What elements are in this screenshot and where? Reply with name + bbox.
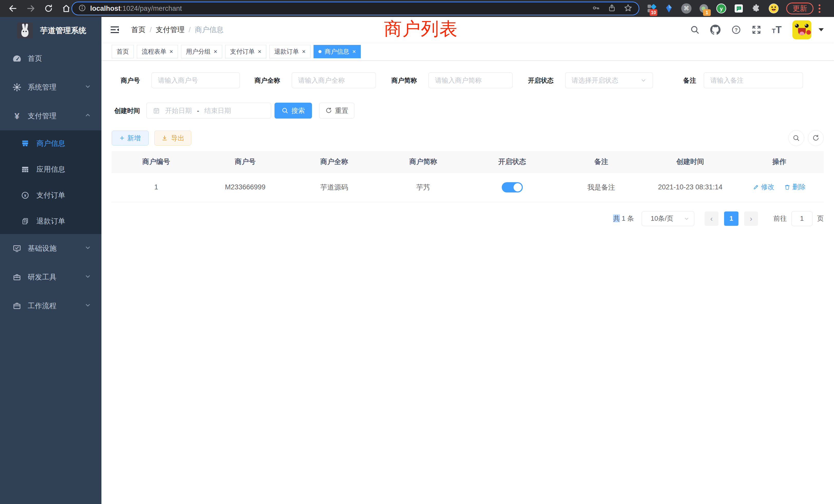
address-bar[interactable]: localhost:1024/pay/merchant bbox=[71, 2, 639, 16]
cell-remark: 我是备注 bbox=[557, 173, 646, 202]
browser-home-icon[interactable] bbox=[62, 4, 71, 13]
profile-emoji-avatar[interactable] bbox=[768, 3, 779, 14]
merchant-short-input[interactable] bbox=[429, 72, 512, 88]
reset-button[interactable]: 重置 bbox=[319, 102, 354, 118]
yen-icon: ¥ bbox=[12, 111, 22, 121]
tab-process-form[interactable]: 流程表单× bbox=[137, 45, 178, 58]
extension-command-icon[interactable]: ⌘ bbox=[681, 3, 692, 14]
app-title: 芋道管理系统 bbox=[40, 25, 86, 36]
page-content: 商户号 商户全称 商户简称 开启状态 请选择开启状态 备注 创建时间 bbox=[102, 61, 834, 504]
tab-pay-order[interactable]: 支付订单× bbox=[225, 45, 266, 58]
edit-button[interactable]: 修改 bbox=[753, 182, 774, 191]
remark-label: 备注 bbox=[671, 76, 696, 85]
toolbox-icon bbox=[12, 273, 22, 281]
close-icon[interactable]: × bbox=[258, 48, 261, 55]
grid-icon bbox=[21, 165, 30, 174]
download-icon bbox=[161, 135, 168, 141]
browser-back-icon[interactable] bbox=[8, 4, 18, 13]
sidebar-item-infrastructure[interactable]: 基础设施 bbox=[0, 234, 102, 263]
cell-merchant-no: M233666999 bbox=[201, 173, 290, 202]
refresh-icon bbox=[812, 135, 819, 142]
header-search-icon[interactable] bbox=[690, 25, 699, 35]
user-avatar[interactable] bbox=[792, 20, 811, 39]
sidebar-item-app-info[interactable]: 应用信息 bbox=[0, 156, 102, 182]
tab-user-group[interactable]: 用户分组× bbox=[181, 45, 222, 58]
close-icon[interactable]: × bbox=[352, 48, 356, 55]
site-info-icon[interactable] bbox=[78, 4, 86, 13]
calendar-icon bbox=[153, 107, 160, 114]
svg-text:¥: ¥ bbox=[24, 193, 26, 197]
password-key-icon[interactable] bbox=[592, 4, 600, 13]
tab-refund-order[interactable]: 退款订单× bbox=[269, 45, 310, 58]
edit-pen-icon bbox=[753, 184, 759, 190]
share-icon[interactable] bbox=[608, 4, 616, 13]
breadcrumb-home[interactable]: 首页 bbox=[131, 25, 146, 35]
add-button[interactable]: + 新增 bbox=[112, 131, 149, 145]
prev-page-button[interactable]: ‹ bbox=[705, 211, 719, 226]
breadcrumb-current: 商户信息 bbox=[195, 25, 224, 35]
merchant-name-input[interactable] bbox=[292, 72, 376, 88]
font-size-icon[interactable]: TT bbox=[772, 24, 782, 36]
help-icon[interactable]: ? bbox=[731, 25, 741, 35]
close-icon[interactable]: × bbox=[302, 48, 306, 55]
browser-reload-icon[interactable] bbox=[44, 4, 53, 13]
sidebar-collapse-icon[interactable] bbox=[110, 26, 119, 34]
extensions-puzzle-icon[interactable] bbox=[751, 3, 762, 14]
extension-grid-diamond-icon[interactable]: 10 bbox=[646, 3, 657, 14]
delete-button[interactable]: 删除 bbox=[784, 182, 806, 191]
merchant-no-input[interactable] bbox=[152, 72, 240, 88]
sidebar-item-refund-order[interactable]: 退款订单 bbox=[0, 208, 102, 234]
sidebar-item-merchant-info[interactable]: 商户信息 bbox=[0, 130, 102, 156]
status-select[interactable]: 请选择开启状态 bbox=[565, 72, 653, 88]
cell-status bbox=[468, 173, 557, 202]
fullscreen-icon[interactable] bbox=[752, 25, 761, 35]
goto-page-input[interactable] bbox=[791, 211, 812, 226]
sidebar-item-system[interactable]: 系统管理 bbox=[0, 73, 102, 101]
col-status: 开启状态 bbox=[468, 151, 557, 173]
briefcase-icon bbox=[12, 301, 22, 310]
breadcrumb-payment[interactable]: 支付管理 bbox=[156, 25, 184, 35]
create-time-range-input[interactable]: 开始日期 - 结束日期 bbox=[146, 102, 271, 118]
tab-merchant-info[interactable]: 商户信息× bbox=[313, 45, 361, 58]
sidebar-logo[interactable]: 芋道管理系统 bbox=[0, 17, 102, 44]
show-search-toggle-button[interactable] bbox=[788, 130, 804, 146]
browser-menu-icon[interactable] bbox=[818, 4, 820, 13]
current-page-button[interactable]: 1 bbox=[724, 211, 739, 226]
sidebar-item-workflow[interactable]: 工作流程 bbox=[0, 292, 102, 320]
create-time-label: 创建时间 bbox=[112, 107, 140, 115]
close-icon[interactable]: × bbox=[214, 48, 217, 55]
gear-icon bbox=[12, 83, 22, 92]
extension-kite-icon[interactable] bbox=[663, 3, 674, 14]
app-logo-image bbox=[17, 23, 33, 39]
bookmark-star-icon[interactable] bbox=[624, 4, 632, 13]
browser-forward-icon[interactable] bbox=[26, 4, 36, 13]
merchant-name-label: 商户全称 bbox=[250, 76, 280, 85]
github-icon[interactable] bbox=[710, 25, 721, 35]
refresh-table-button[interactable] bbox=[808, 130, 824, 146]
sidebar-item-dev-tools[interactable]: 研发工具 bbox=[0, 263, 102, 292]
extension-chat-icon[interactable] bbox=[733, 3, 744, 14]
cell-actions: 修改 删除 bbox=[734, 173, 824, 202]
remark-input[interactable] bbox=[704, 72, 803, 88]
status-toggle[interactable] bbox=[502, 182, 523, 192]
monitor-check-icon bbox=[12, 244, 22, 253]
sidebar-item-payment[interactable]: ¥ 支付管理 bbox=[0, 101, 102, 130]
sidebar-item-home[interactable]: 首页 bbox=[0, 44, 102, 73]
top-navbar: 首页 / 支付管理 / 商户信息 商户列表 ? T bbox=[102, 17, 834, 43]
export-button[interactable]: 导出 bbox=[154, 131, 191, 145]
extension-recorder-icon[interactable]: 1 bbox=[698, 3, 709, 14]
browser-update-button[interactable]: 更新 bbox=[786, 3, 813, 14]
close-icon[interactable]: × bbox=[170, 48, 173, 55]
pagination-total: 共 1 条 bbox=[613, 214, 634, 223]
cell-merchant-id: 1 bbox=[112, 173, 201, 202]
sidebar-item-pay-order[interactable]: ¥ 支付订单 bbox=[0, 182, 102, 208]
merchant-short-label: 商户简称 bbox=[388, 76, 417, 85]
tab-home[interactable]: 首页 bbox=[112, 45, 134, 58]
extension-y-icon[interactable]: y bbox=[716, 3, 727, 14]
search-button[interactable]: 搜索 bbox=[275, 102, 312, 118]
start-date-placeholder: 开始日期 bbox=[165, 106, 192, 115]
url-text[interactable]: localhost:1024/pay/merchant bbox=[90, 5, 592, 13]
page-size-select[interactable]: 10条/页 bbox=[642, 211, 694, 226]
next-page-button[interactable]: › bbox=[744, 211, 758, 226]
avatar-caret-icon[interactable] bbox=[818, 28, 824, 31]
